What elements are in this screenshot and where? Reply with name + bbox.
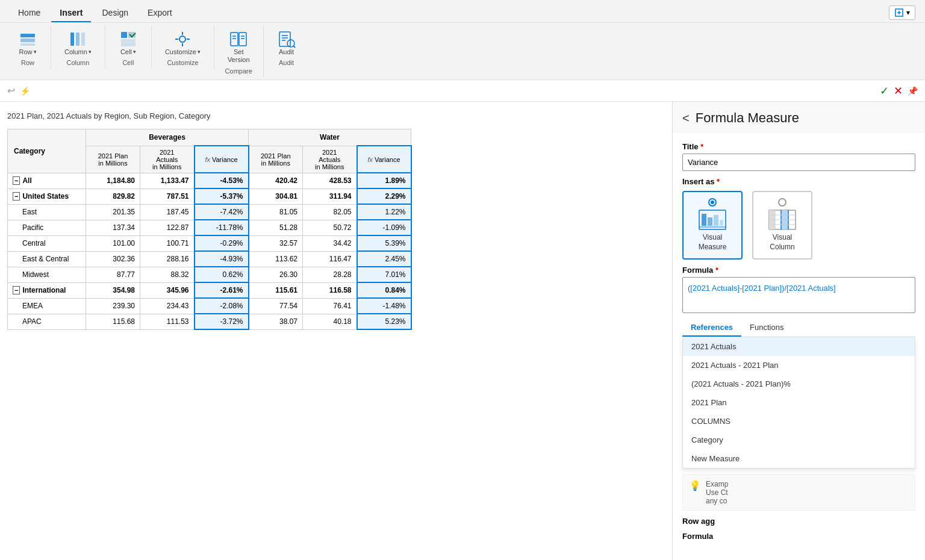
- report-title: 2021 Plan, 2021 Actuals by Region, Sub R…: [7, 111, 665, 120]
- table-row: East 201.35 187.45 -7.42% 81.05 82.05 1.…: [8, 204, 411, 220]
- title-field-label: Title: [682, 142, 699, 151]
- edit-icon: [894, 8, 904, 17]
- table-row: Central 101.00 100.71 -0.29% 32.57 34.42…: [8, 235, 411, 251]
- customize-dropdown-arrow[interactable]: ▾: [198, 49, 201, 55]
- formula-required-star: *: [715, 266, 718, 275]
- cell-dropdown-arrow[interactable]: ▾: [133, 49, 136, 55]
- example-text: ExampUse Ctany co: [706, 480, 728, 505]
- customize-button[interactable]: Customize ▾: [159, 28, 207, 58]
- ref-item-new-measure[interactable]: New Measure: [683, 449, 915, 468]
- formula-input-box[interactable]: ([2021 Actuals]-[2021 Plan])/[2021 Actua…: [682, 277, 915, 313]
- cell-group-label: Cell: [122, 59, 134, 66]
- table-row: −International 354.98 345.96 -2.61% 115.…: [8, 282, 411, 298]
- row-label: Row: [19, 48, 32, 55]
- set-version-sublabel: Version: [228, 56, 250, 63]
- table-row: APAC 115.68 111.53 -3.72% 38.07 40.18 5.…: [8, 314, 411, 329]
- checkmark-icon[interactable]: ✓: [880, 84, 889, 98]
- cell-label: Cell: [120, 48, 132, 55]
- tab-references[interactable]: References: [682, 319, 741, 337]
- svg-rect-31: [708, 217, 712, 226]
- water-variance-header: fx Variance: [357, 146, 411, 173]
- example-box: 💡 ExampUse Ctany co: [682, 474, 915, 511]
- svg-point-12: [179, 36, 185, 42]
- panel-title: Formula Measure: [696, 110, 799, 126]
- view-mode-button[interactable]: ▾: [889, 5, 915, 20]
- formula-bar-input[interactable]: [35, 86, 875, 95]
- row-agg-label: Row agg: [682, 517, 715, 526]
- svg-line-28: [293, 46, 295, 48]
- ref-item-category[interactable]: Category: [683, 431, 915, 449]
- ref-item-2021-actuals-plan[interactable]: 2021 Actuals - 2021 Plan: [683, 356, 915, 375]
- svg-rect-6: [70, 33, 74, 46]
- formula-field-label: Formula: [682, 266, 713, 275]
- formula-row-section: Formula: [682, 532, 915, 541]
- insert-as-label: Insert as: [682, 177, 714, 186]
- svg-rect-30: [702, 214, 706, 226]
- insert-as-section: Insert as *: [682, 177, 915, 259]
- svg-rect-23: [279, 32, 290, 46]
- ribbon-group-cell: Cell ▾ Cell: [105, 25, 152, 69]
- title-required-star: *: [700, 142, 703, 151]
- column-group-label: Column: [67, 59, 90, 66]
- visual-measure-option[interactable]: VisualMeasure: [682, 191, 743, 259]
- lightbulb-icon: 💡: [689, 480, 701, 491]
- audit-button[interactable]: Audit: [271, 28, 302, 58]
- cell-icon: [119, 30, 137, 48]
- audit-icon: [278, 30, 296, 48]
- nav-design[interactable]: Design: [93, 4, 137, 22]
- column-button[interactable]: Column ▾: [58, 28, 98, 58]
- formula-text: ([2021 Actuals]-[2021 Plan])/[2021 Actua…: [688, 284, 836, 293]
- set-version-icon: [229, 30, 248, 48]
- references-dropdown: 2021 Actuals 2021 Actuals - 2021 Plan (2…: [682, 337, 915, 468]
- ref-item-2021-actuals[interactable]: 2021 Actuals: [683, 337, 915, 356]
- set-version-label: Set: [234, 48, 244, 55]
- close-icon[interactable]: ✕: [894, 84, 903, 98]
- svg-rect-11: [121, 39, 135, 46]
- lightning-icon[interactable]: ⚡: [20, 86, 30, 96]
- bev-variance-header: fx Variance: [195, 146, 249, 173]
- column-icon: [69, 30, 87, 48]
- row-button[interactable]: Row ▾: [12, 28, 43, 58]
- ref-item-columns[interactable]: COLUMNS: [683, 412, 915, 431]
- data-table: Category Beverages Water 2021 Planin Mil…: [7, 129, 412, 330]
- undo-icon[interactable]: ↩: [7, 85, 15, 96]
- table-row: Midwest 87.77 88.32 0.62% 26.30 28.28 7.…: [8, 267, 411, 282]
- row-group-label: Row: [21, 59, 34, 66]
- svg-rect-5: [20, 43, 35, 46]
- visual-measure-label: VisualMeasure: [699, 233, 727, 252]
- bev-plan-header: 2021 Planin Millions: [86, 146, 140, 173]
- audit-group-label: Audit: [279, 59, 294, 66]
- table-row: Pacific 137.34 122.87 -11.78% 51.28 50.7…: [8, 220, 411, 235]
- ref-item-2021-actuals-plan-pct[interactable]: (2021 Actuals - 2021 Plan)%: [683, 375, 915, 393]
- svg-rect-8: [81, 33, 85, 46]
- tab-functions[interactable]: Functions: [741, 319, 792, 337]
- pin-icon[interactable]: 📌: [908, 86, 918, 96]
- customize-group-label: Customize: [167, 59, 198, 66]
- visual-measure-icon: [698, 209, 727, 231]
- customize-label: Customize: [165, 48, 196, 55]
- customize-icon: [173, 30, 192, 48]
- radio-selected-dot: [708, 198, 717, 207]
- water-actuals-header: 2021Actualsin Millions: [303, 146, 357, 173]
- svg-rect-32: [714, 215, 718, 226]
- column-dropdown-arrow[interactable]: ▾: [89, 49, 92, 55]
- svg-rect-17: [231, 33, 238, 46]
- column-label: Column: [64, 48, 87, 55]
- nav-export[interactable]: Export: [139, 4, 180, 22]
- set-version-button[interactable]: Set Version: [222, 28, 256, 66]
- dropdown-arrow-icon: ▾: [906, 8, 910, 17]
- visual-column-icon: [768, 209, 797, 231]
- row-agg-section: Row agg: [682, 517, 915, 526]
- title-input[interactable]: [682, 154, 915, 171]
- title-field-section: Title *: [682, 142, 915, 171]
- ref-item-2021-plan[interactable]: 2021 Plan: [683, 393, 915, 412]
- row-dropdown-arrow[interactable]: ▾: [34, 49, 37, 55]
- nav-insert[interactable]: Insert: [51, 4, 91, 22]
- ribbon-group-audit: Audit Audit: [264, 25, 310, 69]
- visual-column-option[interactable]: VisualColumn: [752, 191, 812, 259]
- cell-button[interactable]: Cell ▾: [113, 28, 144, 58]
- panel-back-button[interactable]: <: [682, 111, 690, 125]
- nav-home[interactable]: Home: [10, 4, 49, 22]
- insert-as-required-star: *: [717, 177, 720, 186]
- visual-column-label: VisualColumn: [770, 233, 794, 252]
